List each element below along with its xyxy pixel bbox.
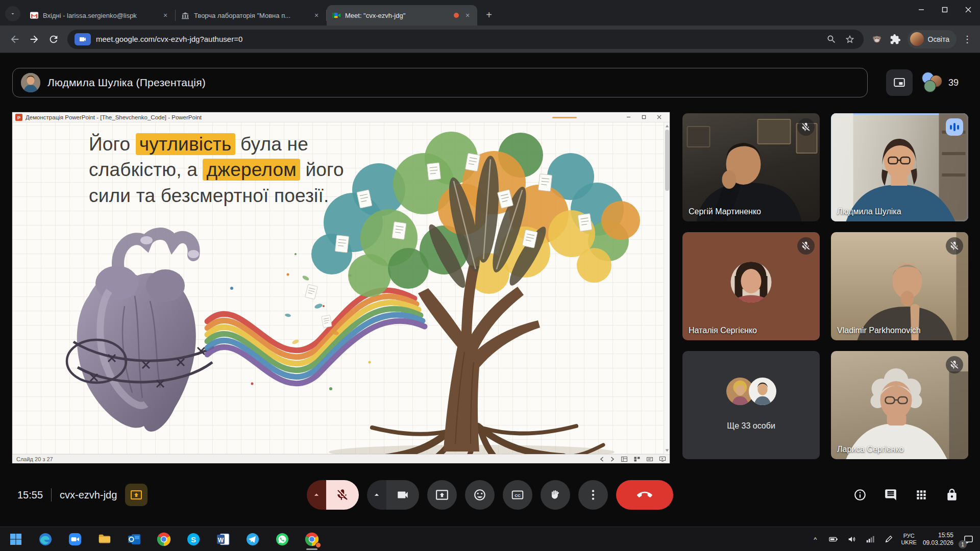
volume-icon[interactable] xyxy=(846,533,858,545)
participant-tile[interactable]: Сергій Мартиненко xyxy=(682,113,820,221)
taskbar-word[interactable]: W xyxy=(212,529,234,550)
previous-slide-icon[interactable] xyxy=(600,457,604,462)
reload-icon xyxy=(48,34,59,45)
meeting-info: 15:55 cvx-ezvh-jdg xyxy=(17,484,148,506)
zoom-icon[interactable] xyxy=(825,33,838,46)
window-minimize-button[interactable] xyxy=(910,0,933,19)
start-icon xyxy=(9,532,23,546)
extensions-icon[interactable] xyxy=(886,30,904,48)
language-line1: РУС xyxy=(901,533,917,539)
pen-icon[interactable] xyxy=(883,533,895,545)
taskbar-chrome-active[interactable] xyxy=(301,529,323,550)
window-close-button[interactable] xyxy=(957,0,980,19)
taskbar-explorer[interactable] xyxy=(94,529,115,550)
ppt-close-button[interactable] xyxy=(651,112,667,122)
meeting-details-button[interactable] xyxy=(852,487,868,503)
taskbar-edge[interactable] xyxy=(35,529,56,550)
profile-avatar xyxy=(910,32,924,46)
forward-button[interactable] xyxy=(24,30,44,49)
ppt-minimize-button[interactable] xyxy=(621,112,636,122)
mic-options-button[interactable] xyxy=(307,480,326,510)
more-options-button[interactable] xyxy=(578,480,608,510)
meeting-code: cvx-ezvh-jdg xyxy=(60,489,117,501)
notification-center-button[interactable]: 1 xyxy=(960,529,977,550)
pip-icon xyxy=(893,76,906,89)
taskbar-chrome[interactable] xyxy=(153,529,175,550)
camera-in-use-icon[interactable] xyxy=(75,33,91,45)
profile-name: Освіта xyxy=(928,35,949,43)
meeting-time: 15:55 xyxy=(17,489,43,501)
slideshow-view-icon[interactable] xyxy=(659,457,666,462)
participant-tile[interactable]: Людмила Шуліка xyxy=(831,113,968,221)
end-call-button[interactable] xyxy=(616,480,673,510)
normal-view-icon[interactable] xyxy=(621,457,627,462)
browser-profile-chip[interactable]: Освіта xyxy=(908,30,957,48)
bookmark-star-icon[interactable] xyxy=(843,33,856,46)
powerpoint-titlebar[interactable]: P Демонстрація PowerPoint - [The_Shevche… xyxy=(12,112,670,122)
slide-sorter-icon[interactable] xyxy=(634,457,640,462)
chat-button[interactable] xyxy=(883,487,898,503)
participant-tile[interactable]: Наталія Сергієнко xyxy=(682,232,820,340)
present-button[interactable] xyxy=(427,480,457,510)
tampermonkey-icon[interactable] xyxy=(868,30,886,48)
powerpoint-window-controls xyxy=(621,112,667,122)
emoji-icon xyxy=(473,488,486,502)
videocam-icon xyxy=(396,488,409,502)
captions-button[interactable]: CC xyxy=(503,480,532,510)
mic-mute-button[interactable] xyxy=(326,480,359,510)
taskbar-outlook[interactable] xyxy=(124,529,145,550)
window-restore-button[interactable] xyxy=(933,0,957,19)
address-bar[interactable]: meet.google.com/cvx-ezvh-jdg?authuser=0 xyxy=(67,30,864,49)
pip-button[interactable] xyxy=(886,69,913,96)
taskbar-clock[interactable]: 15:55 09.03.2026 xyxy=(923,532,953,547)
browser-menu-button[interactable]: ⋮ xyxy=(960,30,975,48)
activities-button[interactable] xyxy=(914,487,929,503)
reading-view-icon[interactable] xyxy=(647,457,653,462)
participant-tile[interactable]: Лариса Сергієнко xyxy=(831,351,968,459)
word-icon: W xyxy=(216,532,230,546)
url-text[interactable]: meet.google.com/cvx-ezvh-jdg?authuser=0 xyxy=(96,35,820,43)
participant-tile[interactable]: Vladimir Parkhomovich xyxy=(831,232,968,340)
speaking-indicator-icon xyxy=(946,118,963,136)
site-icon xyxy=(181,11,190,20)
taskbar-whatsapp[interactable] xyxy=(272,529,293,550)
divider xyxy=(51,488,52,502)
ppt-restore-button[interactable] xyxy=(636,112,651,122)
host-controls-button[interactable] xyxy=(944,487,960,503)
participants-button[interactable]: 39 xyxy=(922,72,959,93)
scrollbar-thumb[interactable] xyxy=(665,130,669,191)
tab-close-button[interactable]: × xyxy=(161,11,170,20)
more-participants-tile[interactable]: Ще 33 особи xyxy=(682,351,820,459)
scroll-up-icon[interactable] xyxy=(665,124,669,128)
presentation-indicator[interactable] xyxy=(125,484,148,506)
tab-close-button[interactable]: × xyxy=(312,11,321,20)
next-slide-icon[interactable] xyxy=(610,457,615,462)
tab-gmail[interactable]: Вхідні - larissa.sergienko@lispk × xyxy=(24,5,175,26)
camera-options-button[interactable] xyxy=(367,480,386,510)
tab-close-button[interactable]: × xyxy=(463,11,472,20)
back-button[interactable] xyxy=(5,30,24,49)
shared-powerpoint-window[interactable]: P Демонстрація PowerPoint - [The_Shevche… xyxy=(12,112,670,463)
powerpoint-scrollbar[interactable] xyxy=(664,122,670,454)
language-line2: UKRE xyxy=(901,539,917,546)
tray-expand-button[interactable]: ^ xyxy=(809,533,821,545)
tab-search-button[interactable] xyxy=(5,6,20,21)
powerpoint-window-title: Демонстрація PowerPoint - [The_Shevchenk… xyxy=(26,114,618,120)
camera-toggle-button[interactable] xyxy=(386,480,419,510)
taskbar-skype[interactable]: S xyxy=(183,529,204,550)
taskbar-zoom[interactable] xyxy=(64,529,86,550)
reload-button[interactable] xyxy=(44,30,63,49)
tab-lab[interactable]: Творча лабораторія "Мовна п... × xyxy=(176,5,326,26)
start-button[interactable] xyxy=(5,529,27,550)
network-icon[interactable] xyxy=(864,533,876,545)
more-options-icon xyxy=(586,488,600,502)
participant-name: Людмила Шуліка xyxy=(837,207,901,216)
taskbar-telegram[interactable] xyxy=(242,529,263,550)
language-indicator[interactable]: РУС UKRE xyxy=(901,533,917,546)
scroll-down-icon[interactable] xyxy=(665,448,669,453)
tab-meet[interactable]: Meet: "cvx-ezvh-jdg" × xyxy=(327,5,477,26)
battery-icon[interactable] xyxy=(827,533,840,545)
raise-hand-button[interactable] xyxy=(541,480,570,510)
reactions-button[interactable] xyxy=(465,480,495,510)
new-tab-button[interactable]: + xyxy=(481,7,497,22)
